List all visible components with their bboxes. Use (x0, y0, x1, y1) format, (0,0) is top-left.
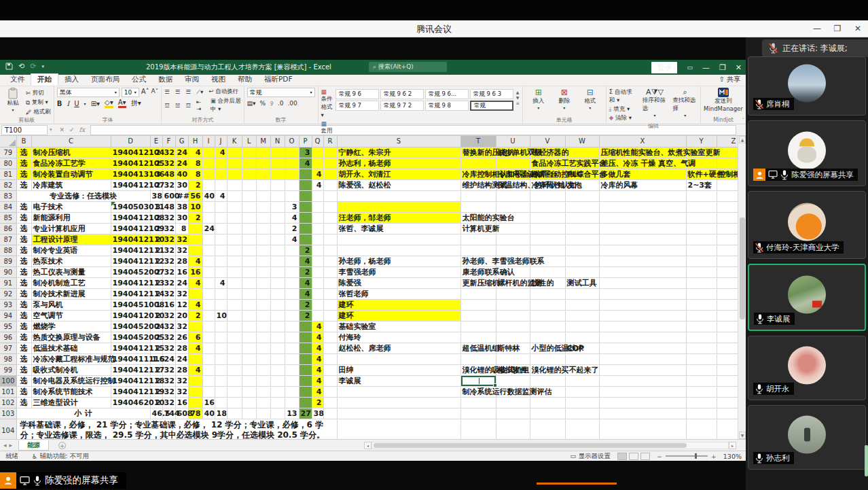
cell[interactable]: 32 (162, 310, 175, 321)
cell[interactable] (256, 364, 270, 375)
cell[interactable]: 热质交换原理与设备 (31, 332, 111, 343)
cell[interactable] (496, 353, 530, 364)
cell[interactable]: 2 (188, 310, 202, 321)
cell[interactable] (599, 397, 686, 408)
comma-icon[interactable]: 𝟿 (270, 100, 274, 107)
cell[interactable] (270, 190, 285, 201)
cell[interactable] (215, 299, 227, 310)
cell[interactable]: 32 (162, 223, 175, 234)
format-cells-button[interactable]: ⊟格式▾ (580, 88, 600, 110)
cell[interactable] (202, 299, 215, 310)
close-button[interactable]: ✕ (848, 20, 868, 37)
cell[interactable] (599, 364, 686, 375)
cell[interactable] (202, 266, 215, 277)
cell[interactable]: 模拟软件 (496, 364, 530, 375)
cell[interactable] (270, 201, 285, 212)
cell[interactable] (686, 310, 717, 321)
vertical-scrollbar[interactable]: ▲ ▼ (738, 136, 746, 439)
grow-font-icon[interactable]: A˄ (141, 88, 149, 97)
cell[interactable] (285, 299, 299, 310)
cell[interactable]: 32 (162, 375, 175, 386)
cell[interactable]: 32 (162, 212, 175, 223)
cell[interactable]: 1940412105 (111, 158, 150, 169)
cell[interactable] (565, 223, 599, 234)
cell[interactable] (242, 375, 256, 386)
participant-tile[interactable]: 李诚展 (748, 264, 866, 331)
cell[interactable] (599, 212, 686, 223)
cell[interactable] (285, 158, 299, 169)
cell[interactable] (496, 375, 530, 386)
zoom-slider[interactable]: −+ (657, 453, 717, 460)
cell[interactable] (202, 169, 215, 179)
ribbon-options-icon[interactable]: ▭ (687, 64, 693, 71)
cell[interactable]: 32 (162, 288, 175, 299)
cell[interactable] (686, 266, 717, 277)
cell[interactable]: 热泵技术 (31, 256, 111, 266)
cell[interactable]: 选 (16, 158, 31, 169)
cell[interactable] (686, 288, 717, 299)
cell[interactable] (686, 419, 717, 439)
cell[interactable]: 4 (299, 277, 312, 288)
cell[interactable]: 选 (16, 299, 31, 310)
cell[interactable] (565, 397, 599, 408)
normal-view-button[interactable] (617, 453, 627, 460)
cell[interactable]: 32 (162, 364, 175, 375)
accounting-format-icon[interactable]: ▤▾ (247, 100, 256, 107)
column-header-S[interactable]: S (337, 136, 460, 147)
column-header-W[interactable]: W (565, 136, 599, 147)
cell[interactable]: 空气调节 (31, 310, 111, 321)
cell[interactable] (299, 375, 312, 386)
cell[interactable] (312, 277, 323, 288)
cell[interactable] (323, 223, 337, 234)
column-header-Y[interactable]: Y (686, 136, 717, 147)
cell[interactable] (285, 169, 299, 179)
cell[interactable] (270, 299, 285, 310)
cell[interactable] (565, 234, 599, 245)
cell[interactable] (270, 223, 285, 234)
cell[interactable] (188, 234, 202, 245)
cell[interactable]: 12 (175, 299, 188, 310)
cell[interactable] (312, 245, 323, 256)
cell[interactable]: 泵与风机 (31, 299, 111, 310)
cell[interactable] (256, 179, 270, 190)
select-all-corner[interactable] (0, 136, 16, 147)
cell[interactable] (242, 234, 256, 245)
cell[interactable] (530, 408, 565, 419)
cell[interactable]: 16 (188, 266, 202, 277)
horizontal-scrollbar[interactable]: ◂ ▸ (364, 442, 736, 449)
cell[interactable]: 16 (162, 299, 175, 310)
cell[interactable]: 付海玲 (337, 332, 460, 343)
cell[interactable]: 建环 (337, 299, 460, 310)
align-right-icon[interactable]: ☲ (185, 102, 191, 109)
row-header-94[interactable]: 94 (0, 310, 16, 321)
cell[interactable]: 32 (175, 386, 188, 397)
row-header-98[interactable]: 98 (0, 353, 16, 364)
cell[interactable] (496, 321, 530, 332)
collapse-ribbon-icon[interactable]: ˄ (742, 118, 744, 123)
cell[interactable] (215, 201, 227, 212)
cell[interactable] (215, 234, 227, 245)
cell[interactable]: 78 (188, 408, 202, 419)
cell[interactable]: 1940412117 (111, 364, 150, 375)
column-header-E[interactable]: E (150, 136, 162, 147)
confirm-entry-icon[interactable]: ✓ (69, 126, 75, 133)
font-name-select[interactable]: 黑体 ▾ (57, 88, 120, 97)
cell[interactable] (599, 223, 686, 234)
cell[interactable] (686, 299, 717, 310)
cell[interactable] (565, 147, 599, 158)
cell[interactable] (599, 266, 686, 277)
column-header-J[interactable]: J (215, 136, 227, 147)
row-header-88[interactable]: 88 (0, 245, 16, 256)
cell[interactable]: 3 (285, 201, 299, 212)
cell[interactable] (565, 212, 599, 223)
cell[interactable] (256, 245, 270, 256)
cell[interactable] (215, 332, 227, 343)
cell[interactable]: 32 (162, 179, 175, 190)
cell[interactable] (270, 332, 285, 343)
cell[interactable] (323, 179, 337, 190)
cell[interactable] (256, 169, 270, 179)
cell[interactable] (242, 343, 256, 353)
cell[interactable]: 4 (215, 147, 227, 158)
cell[interactable] (242, 190, 256, 201)
cell[interactable]: 24 (202, 223, 215, 234)
